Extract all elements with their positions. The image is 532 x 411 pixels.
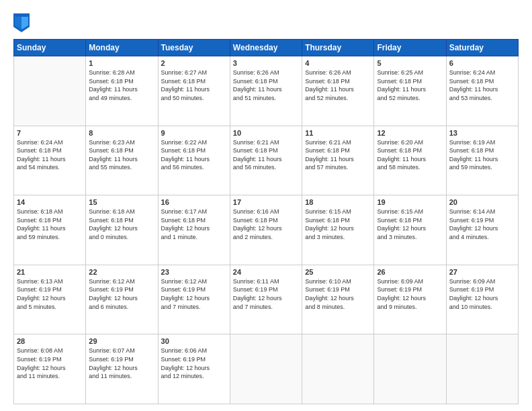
day-info: Sunrise: 6:19 AM Sunset: 6:18 PM Dayligh…	[449, 138, 515, 172]
day-number: 22	[89, 268, 154, 276]
calendar-cell: 2Sunrise: 6:27 AM Sunset: 6:18 PM Daylig…	[158, 56, 230, 126]
day-info: Sunrise: 6:24 AM Sunset: 6:18 PM Dayligh…	[449, 68, 515, 102]
calendar-week-row: 14Sunrise: 6:18 AM Sunset: 6:18 PM Dayli…	[14, 195, 519, 265]
calendar-cell	[230, 334, 302, 404]
calendar-cell: 14Sunrise: 6:18 AM Sunset: 6:18 PM Dayli…	[14, 195, 86, 265]
day-info: Sunrise: 6:21 AM Sunset: 6:18 PM Dayligh…	[305, 138, 371, 172]
calendar-cell: 27Sunrise: 6:09 AM Sunset: 6:19 PM Dayli…	[446, 265, 518, 334]
calendar-day-header: Monday	[86, 40, 158, 56]
calendar-day-header: Saturday	[446, 40, 518, 56]
calendar-cell: 16Sunrise: 6:17 AM Sunset: 6:18 PM Dayli…	[158, 195, 230, 265]
day-number: 23	[161, 268, 227, 276]
day-info: Sunrise: 6:15 AM Sunset: 6:18 PM Dayligh…	[305, 208, 371, 241]
day-number: 26	[377, 268, 443, 276]
calendar-cell: 10Sunrise: 6:21 AM Sunset: 6:18 PM Dayli…	[230, 126, 302, 195]
calendar-day-header: Sunday	[14, 40, 86, 56]
day-info: Sunrise: 6:20 AM Sunset: 6:18 PM Dayligh…	[377, 138, 443, 172]
calendar-cell: 11Sunrise: 6:21 AM Sunset: 6:18 PM Dayli…	[302, 126, 374, 195]
day-info: Sunrise: 6:24 AM Sunset: 6:18 PM Dayligh…	[17, 138, 83, 172]
day-number: 2	[161, 59, 227, 67]
day-number: 27	[449, 268, 515, 276]
day-info: Sunrise: 6:27 AM Sunset: 6:18 PM Dayligh…	[161, 68, 227, 102]
calendar-header-row: SundayMondayTuesdayWednesdayThursdayFrid…	[14, 40, 519, 56]
calendar-day-header: Friday	[374, 40, 446, 56]
calendar-cell	[446, 334, 518, 404]
calendar-cell: 17Sunrise: 6:16 AM Sunset: 6:18 PM Dayli…	[230, 195, 302, 265]
day-info: Sunrise: 6:18 AM Sunset: 6:18 PM Dayligh…	[89, 208, 154, 241]
calendar-week-row: 28Sunrise: 6:08 AM Sunset: 6:19 PM Dayli…	[14, 334, 519, 404]
day-info: Sunrise: 6:26 AM Sunset: 6:18 PM Dayligh…	[233, 68, 299, 102]
day-number: 21	[17, 268, 83, 276]
day-number: 3	[233, 59, 299, 67]
day-info: Sunrise: 6:17 AM Sunset: 6:18 PM Dayligh…	[161, 208, 227, 241]
calendar-cell: 12Sunrise: 6:20 AM Sunset: 6:18 PM Dayli…	[374, 126, 446, 195]
day-info: Sunrise: 6:14 AM Sunset: 6:19 PM Dayligh…	[449, 208, 515, 241]
calendar-cell: 1Sunrise: 6:28 AM Sunset: 6:18 PM Daylig…	[86, 56, 158, 126]
day-number: 30	[161, 337, 227, 345]
day-info: Sunrise: 6:23 AM Sunset: 6:18 PM Dayligh…	[89, 138, 154, 172]
day-info: Sunrise: 6:22 AM Sunset: 6:18 PM Dayligh…	[161, 138, 227, 172]
calendar-cell: 21Sunrise: 6:13 AM Sunset: 6:19 PM Dayli…	[14, 265, 86, 334]
day-info: Sunrise: 6:21 AM Sunset: 6:18 PM Dayligh…	[233, 138, 299, 172]
day-number: 6	[449, 59, 515, 67]
day-info: Sunrise: 6:06 AM Sunset: 6:19 PM Dayligh…	[161, 347, 227, 380]
calendar-day-header: Wednesday	[230, 40, 302, 56]
day-number: 12	[377, 129, 443, 137]
day-info: Sunrise: 6:09 AM Sunset: 6:19 PM Dayligh…	[449, 277, 515, 311]
calendar-cell: 22Sunrise: 6:12 AM Sunset: 6:19 PM Dayli…	[86, 265, 158, 334]
calendar-cell: 6Sunrise: 6:24 AM Sunset: 6:18 PM Daylig…	[446, 56, 518, 126]
day-number: 4	[305, 59, 371, 67]
day-info: Sunrise: 6:13 AM Sunset: 6:19 PM Dayligh…	[17, 277, 83, 311]
day-number: 13	[449, 129, 515, 137]
logo	[13, 12, 31, 32]
day-info: Sunrise: 6:11 AM Sunset: 6:19 PM Dayligh…	[233, 277, 299, 311]
day-number: 24	[233, 268, 299, 276]
day-number: 19	[377, 198, 443, 206]
day-info: Sunrise: 6:25 AM Sunset: 6:18 PM Dayligh…	[377, 68, 443, 102]
day-number: 18	[305, 198, 371, 206]
calendar-cell: 23Sunrise: 6:12 AM Sunset: 6:19 PM Dayli…	[158, 265, 230, 334]
calendar-cell: 30Sunrise: 6:06 AM Sunset: 6:19 PM Dayli…	[158, 334, 230, 404]
day-number: 10	[233, 129, 299, 137]
day-number: 16	[161, 198, 227, 206]
day-info: Sunrise: 6:26 AM Sunset: 6:18 PM Dayligh…	[305, 68, 371, 102]
day-number: 5	[377, 59, 443, 67]
logo-icon	[13, 13, 30, 32]
calendar-cell: 19Sunrise: 6:15 AM Sunset: 6:18 PM Dayli…	[374, 195, 446, 265]
calendar-week-row: 21Sunrise: 6:13 AM Sunset: 6:19 PM Dayli…	[14, 265, 519, 334]
calendar-cell: 29Sunrise: 6:07 AM Sunset: 6:19 PM Dayli…	[86, 334, 158, 404]
calendar-cell: 18Sunrise: 6:15 AM Sunset: 6:18 PM Dayli…	[302, 195, 374, 265]
day-info: Sunrise: 6:12 AM Sunset: 6:19 PM Dayligh…	[161, 277, 227, 311]
day-number: 15	[89, 198, 154, 206]
calendar-day-header: Tuesday	[158, 40, 230, 56]
calendar-cell: 28Sunrise: 6:08 AM Sunset: 6:19 PM Dayli…	[14, 334, 86, 404]
day-number: 17	[233, 198, 299, 206]
day-number: 29	[89, 337, 154, 345]
calendar-table: SundayMondayTuesdayWednesdayThursdayFrid…	[13, 39, 519, 404]
day-number: 20	[449, 198, 515, 206]
calendar-week-row: 7Sunrise: 6:24 AM Sunset: 6:18 PM Daylig…	[14, 126, 519, 195]
calendar-cell: 13Sunrise: 6:19 AM Sunset: 6:18 PM Dayli…	[446, 126, 518, 195]
calendar-day-header: Thursday	[302, 40, 374, 56]
calendar-cell: 26Sunrise: 6:09 AM Sunset: 6:19 PM Dayli…	[374, 265, 446, 334]
day-info: Sunrise: 6:28 AM Sunset: 6:18 PM Dayligh…	[89, 68, 154, 102]
calendar-cell: 4Sunrise: 6:26 AM Sunset: 6:18 PM Daylig…	[302, 56, 374, 126]
day-number: 25	[305, 268, 371, 276]
calendar-cell: 25Sunrise: 6:10 AM Sunset: 6:19 PM Dayli…	[302, 265, 374, 334]
calendar-cell: 3Sunrise: 6:26 AM Sunset: 6:18 PM Daylig…	[230, 56, 302, 126]
day-number: 7	[17, 129, 83, 137]
day-info: Sunrise: 6:07 AM Sunset: 6:19 PM Dayligh…	[89, 347, 154, 380]
day-number: 9	[161, 129, 227, 137]
day-info: Sunrise: 6:16 AM Sunset: 6:18 PM Dayligh…	[233, 208, 299, 241]
calendar-cell	[374, 334, 446, 404]
calendar-cell	[14, 56, 86, 126]
day-info: Sunrise: 6:10 AM Sunset: 6:19 PM Dayligh…	[305, 277, 371, 311]
day-number: 14	[17, 198, 83, 206]
day-info: Sunrise: 6:08 AM Sunset: 6:19 PM Dayligh…	[17, 347, 83, 380]
calendar-cell: 24Sunrise: 6:11 AM Sunset: 6:19 PM Dayli…	[230, 265, 302, 334]
calendar-cell	[302, 334, 374, 404]
calendar-cell: 15Sunrise: 6:18 AM Sunset: 6:18 PM Dayli…	[86, 195, 158, 265]
calendar-week-row: 1Sunrise: 6:28 AM Sunset: 6:18 PM Daylig…	[14, 56, 519, 126]
day-info: Sunrise: 6:09 AM Sunset: 6:19 PM Dayligh…	[377, 277, 443, 311]
calendar-cell: 5Sunrise: 6:25 AM Sunset: 6:18 PM Daylig…	[374, 56, 446, 126]
